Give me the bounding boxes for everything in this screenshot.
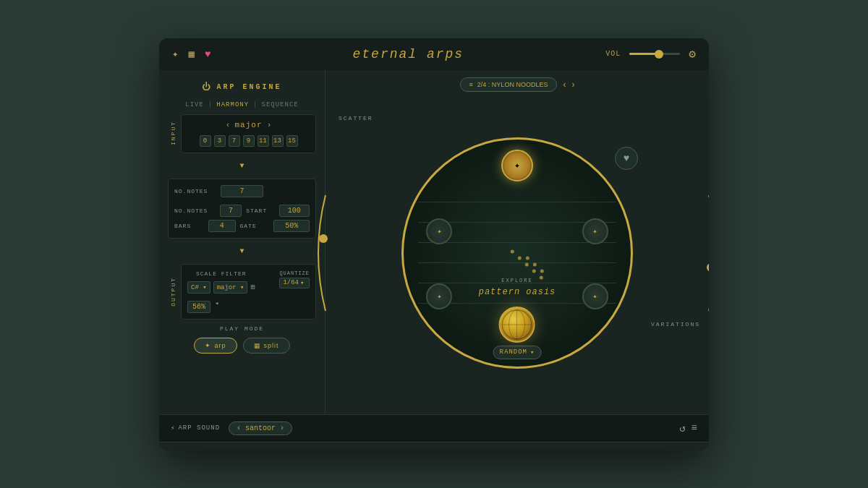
sound-name: santoor	[245, 424, 276, 432]
arp-engine-header: ⏻ ARP ENGINE	[168, 79, 316, 95]
input-side-label: INPUT	[168, 114, 178, 153]
circle-inner: ✦ ✦ ✦ ✦	[404, 140, 631, 367]
mode-tabs: LIVE | HARMONY | SEQUENCE	[168, 101, 316, 108]
split-button[interactable]: ▦ split	[243, 338, 290, 354]
play-mode-label: PLAY MODE	[168, 325, 316, 332]
preset-menu-button[interactable]: ≡ 2/4 : NYLON NOODLES	[460, 77, 558, 92]
random-globe-button[interactable]	[499, 307, 535, 343]
app-container: ✦ ▦ ♥ eternal arps VOL ⚙ ⏻ ARP ENGINE	[159, 38, 709, 450]
vol-slider[interactable]	[629, 53, 680, 55]
input-section: ‹ major › 0 3 7 9 11 13 15	[181, 114, 316, 153]
app-title: eternal arps	[353, 47, 464, 61]
gate-label: GATE	[240, 223, 270, 229]
scale-filter-label: SCALE FILTER	[187, 270, 255, 277]
top-bar: ✦ ▦ ♥ eternal arps VOL ⚙	[159, 38, 709, 70]
pattern-node-top-right[interactable]: ✦	[582, 218, 608, 244]
preset-name: 2/4 : NYLON NOODLES	[477, 81, 548, 88]
random-text: RANDOM	[500, 348, 527, 356]
pattern-node-top[interactable]: ✦	[501, 150, 533, 181]
scale-num-2: 7	[229, 135, 240, 147]
refresh-icon[interactable]: ↺	[679, 422, 685, 435]
scatter-arc	[307, 188, 329, 318]
variations-arc	[705, 188, 709, 318]
input-section-wrapper: INPUT ‹ major › 0 3 7 9 11 13	[168, 114, 316, 153]
preset-bar: ≡ 2/4 : NYLON NOODLES ‹ ›	[333, 77, 702, 92]
scale-numbers: 0 3 7 9 11 13 15	[187, 135, 310, 147]
random-btn-container: RANDOM ▾	[493, 307, 542, 359]
scale-selector: ‹ major ›	[187, 121, 310, 129]
sound-next-button[interactable]: ›	[280, 424, 284, 432]
play-mode-buttons: ✦ arp ▦ split	[168, 338, 316, 354]
output-section: SCALE FILTER C# ▾ major ▾ ⊞ QUANTIZE 1/6…	[181, 264, 316, 320]
vol-label: VOL	[605, 50, 621, 58]
scale-num-5: 13	[272, 135, 284, 147]
quantize-label: QUANTIZE	[279, 270, 310, 276]
preset-prev-button[interactable]: ‹	[563, 80, 566, 90]
quantize-value[interactable]: 1/64▾	[279, 278, 310, 288]
deco-bar	[159, 442, 709, 450]
no-notes-label2: NO.NOTES	[174, 207, 216, 214]
vol-knob	[655, 50, 663, 59]
params-section: NO.NOTES 7 NO.NOTES 7 START 100 BARS 4 G	[168, 179, 316, 239]
scale-num-3: 9	[243, 135, 255, 147]
sound-selector: ‹ santoor ›	[229, 421, 292, 435]
explore-text: EXPLORE	[479, 278, 556, 283]
arp-sound-bar: ⚡ ARP SOUND ‹ santoor › ↺ ≡	[159, 414, 709, 442]
bars-label: BARS	[174, 223, 204, 229]
power-icon[interactable]: ⏻	[202, 82, 210, 93]
key-select[interactable]: C# ▾	[187, 281, 210, 294]
settings-icon[interactable]: ⚙	[689, 47, 696, 61]
no-notes-value2[interactable]: 7	[220, 205, 242, 217]
scale-num-4: 11	[258, 135, 269, 147]
scale-num-1: 3	[214, 135, 226, 147]
down-arrow-1: ▼	[168, 162, 316, 170]
bars-value[interactable]: 4	[208, 220, 236, 232]
gate-value[interactable]: 50%	[273, 220, 310, 232]
filter-row: C# ▾ major ▾ ⊞	[187, 281, 255, 294]
menu-icon: ≡	[469, 81, 473, 88]
vol-slider-container[interactable]	[629, 53, 680, 55]
start-label: START	[246, 207, 274, 214]
top-left-icons: ✦ ▦ ♥	[172, 48, 210, 60]
scale-prev-button[interactable]: ‹	[226, 121, 229, 129]
outer-ring: ✦ ✦ ✦ ✦	[401, 137, 633, 369]
pattern-node-bottom-right[interactable]: ✦	[582, 283, 608, 309]
start-value[interactable]: 100	[279, 205, 310, 217]
arp-icon: ✦	[205, 342, 211, 349]
scale-select[interactable]: major ▾	[213, 281, 248, 294]
heart-icon[interactable]: ♥	[205, 48, 210, 60]
random-chevron: ▾	[530, 348, 535, 356]
right-panel: ≡ 2/4 : NYLON NOODLES ‹ › SCATTER VARIAT…	[326, 70, 709, 414]
grid-icon[interactable]: ▦	[188, 48, 194, 60]
main-content: ⏻ ARP ENGINE LIVE | HARMONY | SEQUENCE I…	[159, 70, 709, 414]
sound-prev-button[interactable]: ‹	[237, 424, 241, 432]
filter-grid-icon[interactable]: ⊞	[250, 283, 255, 291]
scale-next-button[interactable]: ›	[268, 121, 271, 129]
tab-live[interactable]: LIVE	[185, 101, 204, 108]
split-icon: ▦	[254, 342, 261, 349]
top-right: VOL ⚙	[605, 47, 696, 61]
tab-sequence[interactable]: SEQUENCE	[262, 101, 299, 108]
filter-percent-value[interactable]: 56%	[187, 301, 210, 313]
filter-arrow: ◂	[215, 299, 218, 313]
sound-icons: ↺ ≡	[679, 422, 697, 435]
pattern-oasis: pattern oasis	[479, 287, 556, 297]
tab-harmony[interactable]: HARMONY	[216, 101, 249, 108]
quantize-section: QUANTIZE 1/64▾	[279, 270, 310, 288]
svg-point-5	[707, 263, 709, 272]
scale-num-0: 0	[200, 135, 211, 147]
preset-next-button[interactable]: ›	[571, 80, 574, 90]
circle-container: ✦ ✦ ✦ ✦	[333, 99, 702, 407]
random-label[interactable]: RANDOM ▾	[493, 346, 542, 359]
down-arrow-2: ▼	[168, 247, 316, 255]
heart-favorite-button[interactable]: ♥	[615, 147, 638, 170]
explore-label: EXPLORE pattern oasis	[479, 278, 556, 298]
arp-button[interactable]: ✦ arp	[194, 338, 237, 354]
left-panel: ⏻ ARP ENGINE LIVE | HARMONY | SEQUENCE I…	[159, 70, 326, 414]
h-line-3	[418, 242, 616, 243]
no-notes-label: NO.NOTES	[174, 188, 218, 194]
equalizer-icon[interactable]: ≡	[692, 422, 697, 435]
scale-label: major	[234, 121, 262, 129]
move-icon[interactable]: ✦	[172, 48, 178, 60]
no-notes-value[interactable]: 7	[221, 185, 264, 197]
